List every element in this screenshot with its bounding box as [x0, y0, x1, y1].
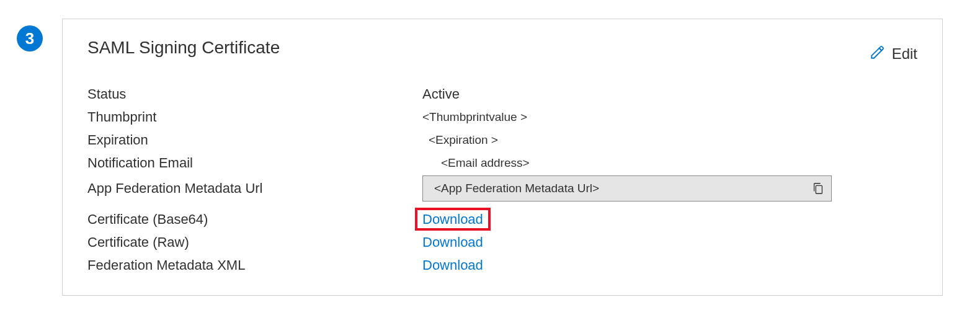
download-cert-raw-link[interactable]: Download: [422, 234, 483, 250]
notification-email-label: Notification Email: [87, 155, 422, 171]
metadata-url-field[interactable]: <App Federation Metadata Url>: [422, 175, 832, 202]
fed-xml-row: Federation Metadata XML Download: [87, 254, 917, 277]
saml-certificate-card: SAML Signing Certificate Edit Status Act…: [62, 19, 943, 296]
pencil-icon: [870, 44, 886, 64]
notification-email-value: <Email address>: [422, 156, 530, 170]
download-cert-base64-link[interactable]: Download: [415, 208, 491, 231]
metadata-url-label: App Federation Metadata Url: [87, 180, 422, 197]
metadata-url-value: <App Federation Metadata Url>: [434, 182, 811, 195]
metadata-url-row: App Federation Metadata Url <App Federat…: [87, 174, 917, 203]
edit-label: Edit: [892, 45, 917, 63]
edit-button[interactable]: Edit: [870, 44, 917, 64]
fields-list: Status Active Thumbprint <Thumbprintvalu…: [87, 82, 917, 277]
cert-raw-row: Certificate (Raw) Download: [87, 231, 917, 254]
card-title: SAML Signing Certificate: [87, 38, 280, 58]
status-label: Status: [87, 86, 422, 102]
cert-raw-label: Certificate (Raw): [87, 234, 422, 250]
fed-xml-label: Federation Metadata XML: [87, 257, 422, 273]
download-fed-xml-link[interactable]: Download: [422, 257, 483, 273]
thumbprint-row: Thumbprint <Thumbprintvalue >: [87, 105, 917, 128]
thumbprint-value: <Thumbprintvalue >: [422, 110, 527, 124]
cert-base64-label: Certificate (Base64): [87, 211, 422, 228]
copy-icon[interactable]: [811, 182, 825, 195]
status-row: Status Active: [87, 82, 917, 105]
status-value: Active: [422, 86, 460, 102]
card-header: SAML Signing Certificate Edit: [87, 32, 917, 64]
svg-rect-0: [816, 185, 822, 193]
step-number-badge: 3: [17, 25, 43, 51]
notification-email-row: Notification Email <Email address>: [87, 151, 917, 174]
cert-base64-row: Certificate (Base64) Download: [87, 208, 917, 231]
thumbprint-label: Thumbprint: [87, 109, 422, 125]
expiration-value: <Expiration >: [422, 133, 498, 147]
expiration-row: Expiration <Expiration >: [87, 128, 917, 151]
expiration-label: Expiration: [87, 132, 422, 148]
